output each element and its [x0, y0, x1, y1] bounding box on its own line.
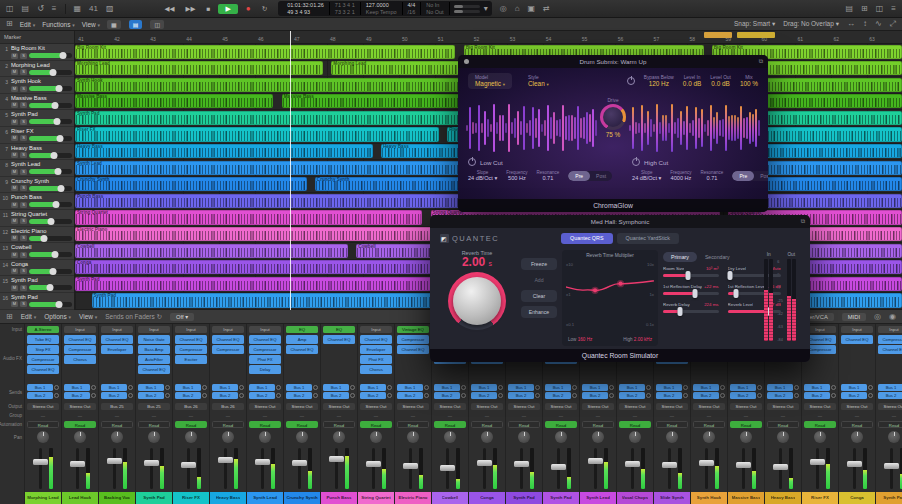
send-slot[interactable]: Bus 2: [101, 392, 127, 399]
record-button[interactable]: ●: [243, 3, 254, 14]
channel-strip[interactable]: InputNoise GateBass AmpAutoFilterChannel…: [136, 324, 173, 504]
lcd-tempo[interactable]: 127.0000 Keep Tempo: [361, 2, 403, 15]
channel-input-slot[interactable]: A-Stereo: [27, 326, 59, 333]
fader-cap[interactable]: [514, 461, 529, 467]
pan-knob[interactable]: [296, 431, 308, 443]
link-window-icon[interactable]: ⧉: [759, 58, 763, 65]
flex-view-icon[interactable]: ◫: [150, 20, 164, 29]
audio-fx-slot[interactable]: Compressor: [175, 345, 207, 354]
channel-output-slot[interactable]: Stereo Out: [693, 403, 725, 410]
send-slot[interactable]: Bus 2: [878, 392, 902, 399]
pan-knob[interactable]: [185, 431, 197, 443]
track-header[interactable]: 7Heavy BassMS: [0, 144, 74, 161]
channel-name[interactable]: Morphing Lead: [25, 492, 61, 504]
send-slot[interactable]: Bus 2: [545, 392, 571, 399]
pan-knob[interactable]: [407, 431, 419, 443]
channel-name[interactable]: Electric Piano: [395, 492, 431, 504]
link-window-icon[interactable]: ⧉: [801, 218, 805, 225]
chromaglow-title-bar[interactable]: Drum Submix: Warm Up ⧉: [458, 55, 768, 68]
grid-tool-icon[interactable]: ▦: [74, 4, 82, 14]
channel-strip[interactable]: InputChannel EQCompressorExciterBus 1Bus…: [173, 324, 210, 504]
mixer-edit-menu[interactable]: Edit ▾: [21, 313, 37, 320]
fader-cap[interactable]: [847, 461, 862, 467]
send-level-knob[interactable]: [165, 393, 170, 398]
pan-knob[interactable]: [74, 431, 86, 443]
send-level-knob[interactable]: [461, 385, 466, 390]
channel-fader[interactable]: [802, 445, 838, 492]
add-button[interactable]: Add: [521, 274, 557, 286]
track-volume-slider[interactable]: [29, 119, 72, 124]
track-volume-slider[interactable]: [29, 285, 72, 290]
send-level-knob[interactable]: [424, 385, 429, 390]
send-slot[interactable]: Bus 1: [138, 384, 164, 391]
marker-region[interactable]: [737, 32, 775, 38]
channel-fader[interactable]: [469, 445, 505, 492]
fader-cap[interactable]: [773, 464, 788, 470]
automation-mode-button[interactable]: Read: [841, 421, 873, 428]
channel-name[interactable]: Punch Bass: [321, 492, 357, 504]
mixer-view-menu[interactable]: View ▾: [79, 313, 97, 320]
send-level-knob[interactable]: [646, 393, 651, 398]
track-volume-slider[interactable]: [29, 302, 72, 307]
send-level-knob[interactable]: [794, 385, 799, 390]
tuner-icon[interactable]: ◎: [500, 4, 507, 14]
reverb-time-multiplier-graph[interactable]: Reverb Time Multiplier Low 160 Hz High 2…: [562, 250, 658, 346]
track-header[interactable]: 5Synth PadMS: [0, 110, 74, 127]
functions-menu[interactable]: Functions ▾: [42, 21, 75, 28]
channel-output-slot[interactable]: Stereo Out: [249, 403, 281, 410]
send-slot[interactable]: Bus 2: [508, 392, 534, 399]
automation-mode-button[interactable]: Read: [878, 421, 902, 428]
send-level-knob[interactable]: [572, 393, 577, 398]
drag-menu[interactable]: Drag: No Overlap ▾: [783, 20, 839, 28]
send-level-knob[interactable]: [720, 385, 725, 390]
channel-group-slot[interactable]: —: [62, 411, 98, 419]
track-volume-slider[interactable]: [29, 86, 72, 91]
slider-handle[interactable]: [677, 307, 682, 316]
send-slot[interactable]: Bus 2: [730, 392, 756, 399]
channel-name[interactable]: Crunchy Synth: [284, 492, 320, 504]
track-header[interactable]: 2Morphing LeadMS: [0, 61, 74, 78]
send-level-knob[interactable]: [868, 393, 873, 398]
send-slot[interactable]: Bus 2: [841, 392, 867, 399]
track-header[interactable]: 9Crunchy SynthMS: [0, 177, 74, 194]
channel-name[interactable]: Conga: [469, 492, 505, 504]
send-slot[interactable]: Bus 1: [767, 384, 793, 391]
send-slot[interactable]: Bus 1: [434, 384, 460, 391]
channel-input-slot[interactable]: Input: [249, 326, 281, 333]
channel-name[interactable]: Synth Pad: [136, 492, 172, 504]
channel-fader[interactable]: [580, 445, 616, 492]
track-volume-slider[interactable]: [29, 136, 72, 141]
channel-name[interactable]: Massive Bass: [728, 492, 764, 504]
mute-button[interactable]: M: [11, 169, 18, 175]
audio-fx-slot[interactable]: Step FX: [27, 345, 59, 354]
send-slot[interactable]: Bus 2: [138, 392, 164, 399]
audio-fx-slot[interactable]: Compressor: [27, 355, 59, 364]
send-slot[interactable]: Bus 1: [508, 384, 534, 391]
solo-button[interactable]: S: [20, 301, 27, 307]
solo-button[interactable]: S: [20, 218, 27, 224]
channel-output-slot[interactable]: Stereo Out: [619, 403, 651, 410]
solo-button[interactable]: S: [20, 135, 27, 141]
audio-region[interactable]: Crunchy Synth: [75, 177, 307, 191]
channel-output-slot[interactable]: Bus 25: [101, 403, 133, 410]
automation-mode-button[interactable]: Read: [397, 421, 429, 428]
play-button[interactable]: ▶: [218, 4, 237, 14]
parameter-value[interactable]: 10³ m³: [706, 266, 719, 271]
channel-fader[interactable]: [321, 445, 357, 492]
parameter-value[interactable]: +22 ms: [704, 284, 719, 289]
channel-fader[interactable]: [136, 445, 172, 492]
pan-knob[interactable]: [629, 431, 641, 443]
mute-button[interactable]: M: [11, 301, 18, 307]
track-volume-slider[interactable]: [29, 219, 72, 224]
send-slot[interactable]: Bus 1: [878, 384, 902, 391]
parameter-slider[interactable]: 1st Reflection Delay+22 ms: [663, 284, 719, 295]
parameter-slider[interactable]: Reverb Delay224 ms: [663, 302, 719, 313]
solo-button[interactable]: S: [20, 235, 27, 241]
audio-fx-slot[interactable]: Enveloper: [360, 345, 392, 354]
fader-cap[interactable]: [699, 460, 714, 466]
graph-low-field[interactable]: Low 160 Hz: [568, 337, 592, 342]
waveform-zoom-icon[interactable]: ∿: [875, 19, 882, 29]
bypass-below-field[interactable]: Bypass Below 120 Hz: [644, 75, 674, 87]
audio-fx-slot[interactable]: Chorus: [64, 355, 96, 364]
pan-knob[interactable]: [851, 431, 863, 443]
